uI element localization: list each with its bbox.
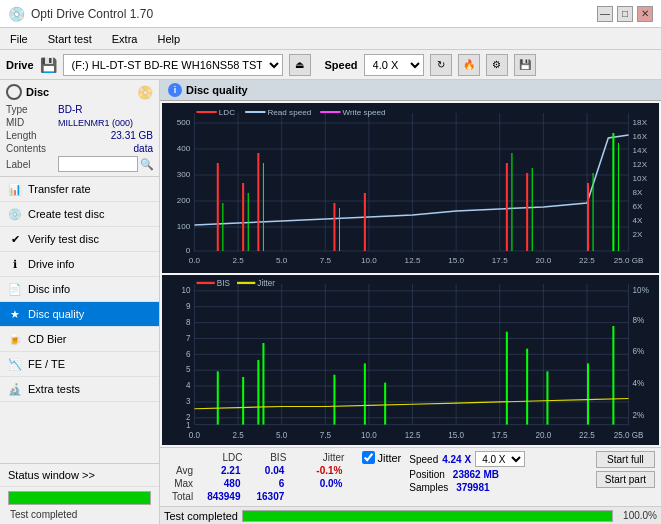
- svg-text:20.0: 20.0: [535, 256, 551, 265]
- jitter-checkbox[interactable]: [362, 451, 375, 464]
- start-part-button[interactable]: Start part: [596, 471, 655, 488]
- svg-text:2X: 2X: [633, 230, 644, 239]
- menu-file[interactable]: File: [4, 31, 34, 47]
- svg-rect-61: [196, 111, 216, 113]
- mid-label: MID: [6, 117, 58, 128]
- svg-text:1: 1: [186, 420, 191, 431]
- type-label: Type: [6, 104, 58, 115]
- close-btn[interactable]: ✕: [637, 6, 653, 22]
- svg-text:400: 400: [177, 144, 191, 153]
- svg-rect-63: [245, 111, 265, 113]
- svg-text:5: 5: [186, 364, 191, 375]
- menu-help[interactable]: Help: [151, 31, 186, 47]
- stats-max-label: Max: [166, 477, 199, 490]
- samples-label: Samples: [409, 482, 448, 493]
- svg-text:4: 4: [186, 380, 191, 391]
- stats-spacer2: [292, 464, 308, 477]
- stats-speed-select[interactable]: 4.0 X: [475, 451, 525, 467]
- stats-avg-jitter: -0.1%: [308, 464, 350, 477]
- progress-status-text: Test completed: [164, 510, 238, 522]
- svg-text:200: 200: [177, 196, 191, 205]
- eject-btn[interactable]: ⏏: [289, 54, 311, 76]
- sidebar-bottom: Status window >> Test completed: [0, 463, 159, 524]
- svg-text:7: 7: [186, 332, 191, 343]
- sidebar-item-label-verify-test-disc: Verify test disc: [28, 233, 99, 245]
- drive-bar: Drive 💾 (F:) HL-DT-ST BD-RE WH16NS58 TST…: [0, 50, 661, 80]
- length-value: 23.31 GB: [58, 130, 153, 141]
- charts-container: 500 400 300 200 100 0 18X 16X 14X 12X 10…: [160, 101, 661, 447]
- svg-text:14X: 14X: [633, 146, 648, 155]
- drive-label: Drive: [6, 59, 34, 71]
- svg-text:15.0: 15.0: [448, 256, 464, 265]
- sidebar-item-label-create-test-disc: Create test disc: [28, 208, 104, 220]
- burn-btn[interactable]: 🔥: [458, 54, 480, 76]
- contents-value: data: [58, 143, 153, 154]
- svg-text:6X: 6X: [633, 202, 644, 211]
- status-window-label: Status window >>: [8, 469, 95, 481]
- stats-total-ldc: 843949: [199, 490, 248, 503]
- drive-info-icon: ℹ: [8, 257, 22, 271]
- drive-select[interactable]: (F:) HL-DT-ST BD-RE WH16NS58 TST4: [63, 54, 283, 76]
- stats-max-bis: 6: [249, 477, 293, 490]
- save-btn[interactable]: 💾: [514, 54, 536, 76]
- svg-text:2.5: 2.5: [232, 430, 243, 441]
- sidebar-item-extra-tests[interactable]: 🔬 Extra tests: [0, 377, 159, 402]
- svg-text:Write speed: Write speed: [343, 108, 386, 117]
- sidebar-item-label-drive-info: Drive info: [28, 258, 74, 270]
- sidebar-item-cd-bier[interactable]: 🍺 CD Bier: [0, 327, 159, 352]
- title-bar: 💿 Opti Drive Control 1.70 — □ ✕: [0, 0, 661, 28]
- sidebar-item-verify-test-disc[interactable]: ✔ Verify test disc: [0, 227, 159, 252]
- chart1-svg: 500 400 300 200 100 0 18X 16X 14X 12X 10…: [162, 103, 659, 273]
- stats-spacer4: [292, 490, 308, 503]
- svg-text:0.0: 0.0: [189, 430, 200, 441]
- svg-text:Jitter: Jitter: [257, 278, 275, 289]
- disc-label-icon[interactable]: 🔍: [140, 158, 154, 171]
- sidebar-item-transfer-rate[interactable]: 📊 Transfer rate: [0, 177, 159, 202]
- svg-rect-127: [196, 282, 214, 284]
- sidebar-item-label-extra-tests: Extra tests: [28, 383, 80, 395]
- samples-value: 379981: [456, 482, 489, 493]
- stats-max-ldc: 480: [199, 477, 248, 490]
- stats-jitter-header: Jitter: [308, 451, 350, 464]
- disc-panel: Disc 📀 Type BD-R MID MILLENMR1 (000) Len…: [0, 80, 159, 177]
- svg-text:4X: 4X: [633, 216, 644, 225]
- mid-value: MILLENMR1 (000): [58, 118, 153, 128]
- disc-info-icon: 📄: [8, 282, 22, 296]
- svg-text:25.0 GB: 25.0 GB: [614, 430, 644, 441]
- svg-text:7.5: 7.5: [320, 430, 331, 441]
- disc-panel-header: Disc: [26, 86, 49, 98]
- svg-text:5.0: 5.0: [276, 256, 288, 265]
- svg-text:17.5: 17.5: [492, 256, 508, 265]
- svg-text:20.0: 20.0: [535, 430, 551, 441]
- refresh-btn[interactable]: ↻: [430, 54, 452, 76]
- settings-btn[interactable]: ⚙: [486, 54, 508, 76]
- svg-text:8%: 8%: [633, 314, 645, 325]
- svg-text:10: 10: [181, 285, 190, 296]
- menu-start-test[interactable]: Start test: [42, 31, 98, 47]
- svg-text:12.5: 12.5: [405, 430, 421, 441]
- minimize-btn[interactable]: —: [597, 6, 613, 22]
- svg-text:4%: 4%: [633, 378, 645, 389]
- sidebar-item-create-test-disc[interactable]: 💿 Create test disc: [0, 202, 159, 227]
- svg-text:BIS: BIS: [217, 278, 230, 289]
- disc-label-input[interactable]: [58, 156, 138, 172]
- svg-text:18X: 18X: [633, 118, 648, 127]
- status-window-btn[interactable]: Status window >>: [0, 463, 159, 487]
- jitter-checkbox-area: Jitter: [362, 451, 401, 464]
- svg-text:2.5: 2.5: [232, 256, 244, 265]
- speed-select[interactable]: 4.0 X: [364, 54, 424, 76]
- maximize-btn[interactable]: □: [617, 6, 633, 22]
- menu-extra[interactable]: Extra: [106, 31, 144, 47]
- stats-bis-header: BIS: [249, 451, 293, 464]
- sidebar-item-drive-info[interactable]: ℹ Drive info: [0, 252, 159, 277]
- speed-label-text: Speed: [409, 454, 438, 465]
- sidebar-item-disc-quality[interactable]: ★ Disc quality: [0, 302, 159, 327]
- main-area: Disc 📀 Type BD-R MID MILLENMR1 (000) Len…: [0, 80, 661, 524]
- speed-value: 4.24 X: [442, 454, 471, 465]
- sidebar-item-disc-info[interactable]: 📄 Disc info: [0, 277, 159, 302]
- svg-text:22.5: 22.5: [579, 256, 595, 265]
- window-controls: — □ ✕: [597, 6, 653, 22]
- svg-text:22.5: 22.5: [579, 430, 595, 441]
- start-full-button[interactable]: Start full: [596, 451, 655, 468]
- sidebar-item-fe-te[interactable]: 📉 FE / TE: [0, 352, 159, 377]
